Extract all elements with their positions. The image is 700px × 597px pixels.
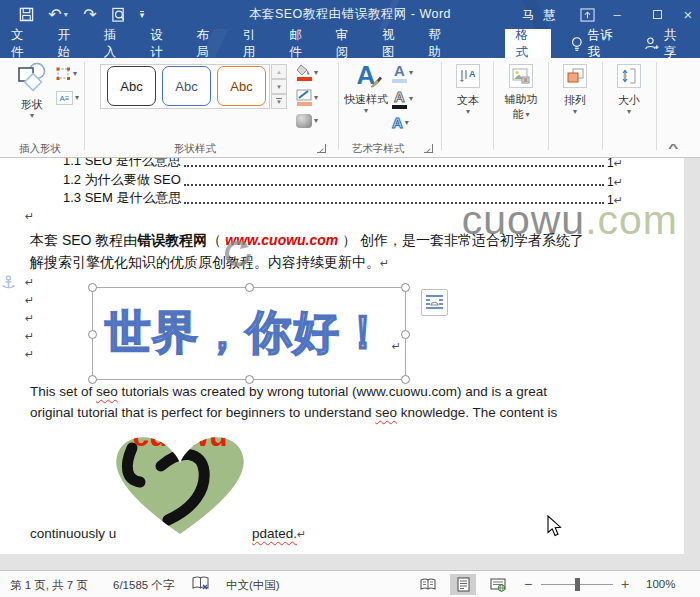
paragraph-english-line3-right[interactable]: pdated.↵ <box>252 526 306 541</box>
zoom-slider-thumb[interactable] <box>575 578 580 591</box>
layout-options-icon <box>425 294 444 311</box>
ribbon-display-options-button[interactable] <box>572 0 602 29</box>
status-bar: 第 1 页, 共 7 页 6/1585 个字 中文(中国) <box>0 570 700 597</box>
paragraph-chinese-line1[interactable]: 本套 SEO 教程由错误教程网（ www.cuowu.com ） 创作，是一套非… <box>30 232 584 250</box>
tab-review[interactable]: 审阅 <box>325 29 371 58</box>
tab-file[interactable]: 文件 <box>0 29 46 58</box>
wordart-text[interactable]: 世界，你好！ <box>105 302 387 364</box>
shape-style-preset-black[interactable]: Abc <box>107 66 156 106</box>
zoom-level[interactable]: 100% <box>646 578 675 590</box>
resize-handle-top-right[interactable] <box>401 283 410 292</box>
zoom-out-button[interactable]: − <box>524 576 532 592</box>
dropdown-icon: ▾ <box>466 108 470 116</box>
size-button[interactable]: 大小 ▾ <box>608 64 650 116</box>
paragraph-english-line2[interactable]: original tutorial that is perfect for be… <box>30 405 557 420</box>
toc-entry[interactable]: 1.2 为什么要做 SEO 1 ↵ <box>63 171 623 189</box>
resize-handle-bottom-center[interactable] <box>245 375 254 384</box>
misspelled-word: pdated. <box>252 526 297 541</box>
mouse-cursor <box>547 515 562 537</box>
paragraph-mark: ↵ <box>614 158 623 170</box>
tab-references[interactable]: 引用 <box>232 29 278 58</box>
text-outline-button[interactable]: A ▾ <box>392 89 413 109</box>
tab-home[interactable]: 开始 <box>46 29 92 58</box>
wordart-selection-box[interactable]: 世界，你好！ ↵ <box>92 287 406 380</box>
page-indicator[interactable]: 第 1 页, 共 7 页 <box>10 578 88 593</box>
dropdown-icon: ▾ <box>314 117 318 125</box>
tab-help[interactable]: 帮助 <box>417 29 463 58</box>
resize-handle-top-center[interactable] <box>245 283 254 292</box>
accessibility-button[interactable]: 辅助功 能 ▾ <box>499 64 543 122</box>
text-options-button[interactable]: A 文本 ▾ <box>447 64 489 116</box>
zoom-in-icon: + <box>621 576 629 592</box>
tab-mailings[interactable]: 邮件 <box>278 29 324 58</box>
language-indicator[interactable]: 中文(中国) <box>226 578 280 593</box>
toc-dot-leader <box>184 158 604 167</box>
quick-styles-icon: A <box>357 62 376 88</box>
text-effects-button[interactable]: A ▾ <box>392 115 409 130</box>
shapes-button[interactable]: 形状 ▾ <box>8 62 56 120</box>
shape-style-preset-blue[interactable]: Abc <box>162 66 211 106</box>
paragraph-chinese-line2[interactable]: 解搜索引擎优化知识的优质原创教程。内容持续更新中。↵ <box>30 254 389 272</box>
web-layout-button[interactable] <box>485 574 511 595</box>
draw-text-box-button[interactable]: A≡ ▾ <box>56 91 79 105</box>
word-window: ↶ ▾ ↷ ▾ 本套SEO教程由错误教程网 - Word 马 慧 – <box>0 0 700 597</box>
proofing-errors-button[interactable] <box>192 576 209 593</box>
resize-handle-top-left[interactable] <box>88 283 97 292</box>
read-mode-button[interactable] <box>415 574 441 595</box>
text-run: 解搜索引擎优化知识的优质原创教程。内容持续更新中。 <box>30 254 380 270</box>
gallery-scroll-down-button[interactable]: ▼ <box>271 79 287 94</box>
text-fill-button[interactable]: A ▾ <box>392 63 413 83</box>
tab-insert[interactable]: 插入 <box>93 29 139 58</box>
shape-outline-button[interactable]: ▾ <box>296 89 318 106</box>
minimize-icon: – <box>613 7 620 22</box>
cuowu-logo-arc-icon <box>222 238 254 270</box>
share-button[interactable]: 共享 <box>634 29 698 58</box>
accessibility-label-line1: 辅助功 <box>505 92 538 107</box>
read-mode-icon <box>420 578 436 591</box>
minimize-button[interactable]: – <box>602 0 632 29</box>
text-run: This set of <box>30 384 96 399</box>
shape-effects-button[interactable]: ▾ <box>296 114 318 128</box>
shape-styles-dialog-launcher[interactable] <box>317 144 326 153</box>
heart-logo-image[interactable]: cuowu <box>106 426 254 538</box>
watermark-green-part: .com <box>585 197 678 243</box>
zoom-out-icon: − <box>524 576 532 592</box>
text-run: original tutorial that is perfect for be… <box>30 405 375 420</box>
alt-text-icon <box>509 64 533 88</box>
gallery-scroll-up-button[interactable]: ▲ <box>271 64 287 79</box>
tab-label: 帮助 <box>428 27 452 61</box>
arrange-button[interactable]: 排列 ▾ <box>554 64 596 116</box>
maximize-button[interactable] <box>642 0 672 29</box>
collapse-ribbon-button[interactable]: ^ <box>668 142 678 154</box>
document-page[interactable]: 1.1 SEO 是什么意思 1 ↵ 1.2 为什么要做 SEO 1 ↵ 1.3 … <box>0 158 684 554</box>
resize-handle-bottom-right[interactable] <box>401 375 410 384</box>
group-label-wordart-styles: 艺术字样式 <box>338 142 418 156</box>
toc-entry[interactable]: 1.1 SEO 是什么意思 1 ↵ <box>63 158 623 170</box>
close-button[interactable]: × <box>676 0 700 29</box>
gallery-more-button[interactable]: ▼ <box>271 94 287 109</box>
shape-style-preset-orange[interactable]: Abc <box>217 66 266 106</box>
wordart-styles-dialog-launcher[interactable] <box>424 144 433 153</box>
resize-handle-middle-left[interactable] <box>88 330 97 339</box>
user-account-name[interactable]: 马 慧 <box>522 7 558 24</box>
tell-me-button[interactable]: 告诉我 <box>561 29 634 58</box>
tab-layout[interactable]: 布局 <box>186 29 232 58</box>
shape-fill-button[interactable]: ▾ <box>296 64 318 81</box>
resize-handle-middle-right[interactable] <box>401 330 410 339</box>
dropdown-icon: ▾ <box>73 70 77 78</box>
edit-shape-button[interactable]: ▾ <box>56 67 77 81</box>
tab-design[interactable]: 设计 <box>139 29 185 58</box>
resize-handle-bottom-left[interactable] <box>88 375 97 384</box>
tab-label: 引用 <box>243 27 267 61</box>
quick-styles-button[interactable]: A 快速样式 ▾ <box>344 62 388 115</box>
paragraph-english-line3-left[interactable]: continuously u <box>30 526 116 541</box>
layout-options-button[interactable] <box>421 289 448 316</box>
zoom-in-button[interactable]: + <box>621 576 629 592</box>
accessibility-label-text: 能 <box>512 107 523 122</box>
tab-format-active[interactable]: 格式 <box>505 29 551 58</box>
paragraph-mark: ↵ <box>297 528 306 540</box>
print-layout-button[interactable] <box>450 574 476 595</box>
paragraph-english-line1[interactable]: This set of seo tutorials was created by… <box>30 384 547 399</box>
tab-view[interactable]: 视图 <box>371 29 417 58</box>
word-count[interactable]: 6/1585 个字 <box>113 578 174 593</box>
